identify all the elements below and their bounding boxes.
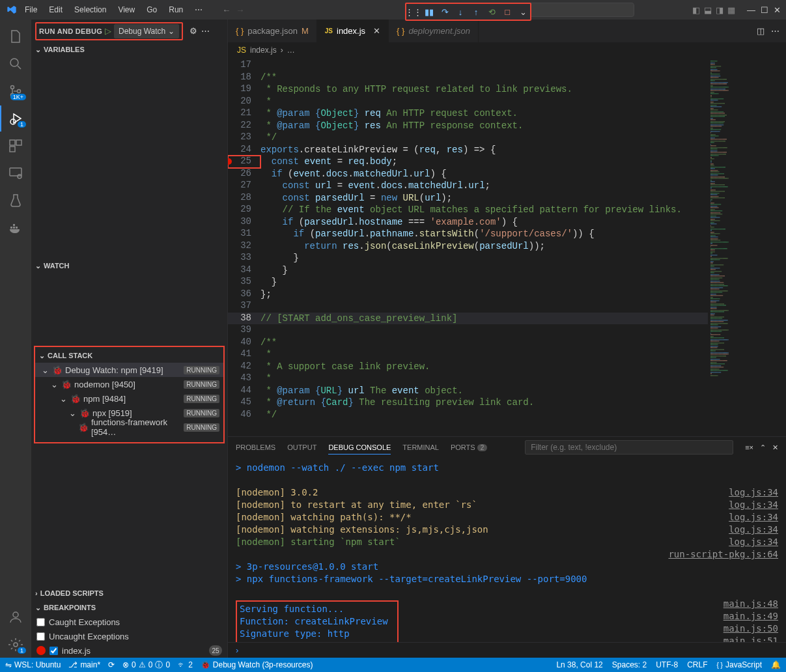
section-loaded-scripts[interactable]: › LOADED SCRIPTS: [31, 586, 227, 600]
menu-file[interactable]: File: [20, 3, 42, 17]
callstack-row[interactable]: 🐞 functions-framework [954…RUNNING: [35, 420, 223, 434]
activity-explorer-icon[interactable]: [0, 23, 31, 49]
status-encoding[interactable]: UTF-8: [656, 660, 678, 669]
debug-step-out-icon[interactable]: ↑: [470, 6, 482, 18]
serving-function-box: Serving function...Function: createLinkP…: [236, 600, 399, 642]
bp-uncaught-checkbox[interactable]: [36, 632, 45, 641]
bp-file-row[interactable]: index.js 25: [31, 643, 227, 658]
editor-tab[interactable]: JSindex.js✕: [317, 20, 389, 42]
debug-step-into-icon[interactable]: ↓: [455, 6, 466, 18]
section-variables[interactable]: ⌄ VARIABLES: [31, 42, 227, 57]
split-editor-icon[interactable]: ◫: [757, 26, 765, 36]
menu-selection[interactable]: Selection: [69, 3, 111, 17]
chevron-down-icon: ⌄: [69, 408, 77, 418]
menu-run[interactable]: Run: [163, 3, 188, 17]
debug-pause-icon[interactable]: ▮▮: [423, 6, 435, 18]
status-ports[interactable]: ᯤ 2: [178, 660, 193, 669]
breadcrumb[interactable]: JS index.js › …: [228, 42, 786, 58]
status-language[interactable]: { } JavaScript: [717, 660, 763, 669]
menu-go[interactable]: Go: [141, 3, 162, 17]
panel-tab-output[interactable]: OUTPUT: [287, 441, 316, 454]
layout-customize-icon[interactable]: ▦: [727, 5, 735, 15]
menu-more[interactable]: ⋯: [189, 3, 208, 17]
svg-rect-12: [16, 227, 18, 229]
scm-badge: 1K+: [10, 94, 26, 100]
panel-clear-icon[interactable]: ≡×: [745, 443, 753, 452]
debug-config-chevron-icon[interactable]: ⌄: [517, 6, 529, 18]
callstack-row[interactable]: ⌄🐞 nodemon [9450]RUNNING: [35, 377, 223, 391]
callstack-row[interactable]: ⌄🐞 npm [9484]RUNNING: [35, 391, 223, 406]
debug-more-icon[interactable]: ⋯: [201, 26, 210, 36]
activity-extensions-icon[interactable]: [0, 133, 31, 159]
bp-uncaught-exceptions[interactable]: Uncaught Exceptions: [31, 629, 227, 643]
menu-edit[interactable]: Edit: [44, 3, 68, 17]
debug-alt-icon: 🐞: [201, 660, 210, 669]
bp-file-checkbox[interactable]: [49, 647, 58, 655]
panel-tab-terminal[interactable]: TERMINAL: [402, 441, 439, 454]
bp-caught-exceptions[interactable]: Caught Exceptions: [31, 615, 227, 629]
activity-account-icon[interactable]: [0, 604, 31, 630]
status-cursor-pos[interactable]: Ln 38, Col 12: [556, 660, 602, 669]
debug-console-input[interactable]: ›: [228, 642, 786, 658]
status-problems[interactable]: ⊗0 ⚠0 ⓘ0: [122, 660, 170, 671]
editor-code[interactable]: /** * Responds to any HTTP request relat…: [260, 58, 708, 436]
tab-more-icon[interactable]: ⋯: [771, 26, 779, 36]
info-icon: ⓘ: [155, 660, 163, 671]
remote-icon: ⇋: [5, 660, 12, 669]
debug-sidebar: RUN AND DEBUG ▷ Debug Watch ⌄ ⚙ ⋯ ⌄ VARI…: [31, 20, 228, 658]
callstack-row[interactable]: ⌄🐞 Debug Watch: npm [9419]RUNNING: [35, 363, 223, 377]
bug-icon: 🐞: [52, 365, 63, 375]
status-debug-target[interactable]: 🐞 Debug Watch (3p-resources): [201, 660, 313, 669]
menu-view[interactable]: View: [113, 3, 140, 17]
layout-sidebar-left-icon[interactable]: ◧: [692, 5, 700, 15]
panel-tab-ports[interactable]: PORTS 2: [451, 441, 487, 454]
window-minimize-icon[interactable]: —: [747, 5, 755, 15]
section-breakpoints[interactable]: ⌄ BREAKPOINTS: [31, 600, 227, 615]
status-remote[interactable]: ⇋ WSL: Ubuntu: [5, 660, 61, 669]
tab-close-icon[interactable]: ✕: [373, 26, 380, 36]
debug-console-filter[interactable]: [525, 440, 733, 455]
bp-caught-checkbox[interactable]: [36, 618, 45, 626]
activity-settings-icon[interactable]: 1: [0, 632, 31, 658]
debug-restart-icon[interactable]: ⟲: [486, 6, 498, 18]
activity-search-icon[interactable]: [0, 51, 31, 77]
status-eol[interactable]: CRLF: [687, 660, 707, 669]
debug-console-output[interactable]: > nodemon --watch ./ --exec npm start [n…: [228, 458, 786, 642]
start-debug-icon[interactable]: ▷: [105, 26, 111, 36]
status-branch[interactable]: ⎇ main*: [68, 660, 100, 669]
panel-collapse-icon[interactable]: ⌃: [760, 443, 766, 452]
window-close-icon[interactable]: ✕: [774, 5, 781, 15]
activity-debug-icon[interactable]: 1: [0, 105, 31, 132]
status-indent[interactable]: Spaces: 2: [612, 660, 647, 669]
status-notifications-icon[interactable]: 🔔: [771, 660, 781, 669]
layout-sidebar-right-icon[interactable]: ◨: [716, 5, 723, 15]
debug-config-dropdown[interactable]: Debug Watch ⌄: [114, 24, 179, 38]
activity-testing-icon[interactable]: [0, 188, 31, 214]
debug-drag-handle-icon[interactable]: ⋮⋮: [408, 6, 419, 18]
editor-tab[interactable]: { }package.json M: [228, 20, 317, 42]
status-sync[interactable]: ⟳: [108, 660, 115, 669]
panel-tab-debug-console[interactable]: DEBUG CONSOLE: [328, 441, 391, 455]
debug-badge: 1: [18, 121, 26, 128]
debug-step-over-icon[interactable]: ↷: [439, 6, 451, 18]
svg-rect-10: [10, 227, 12, 229]
debug-stop-icon[interactable]: □: [501, 6, 513, 18]
activity-docker-icon[interactable]: [0, 215, 31, 241]
editor-gutter[interactable]: 1718192021222324252627282930313233343536…: [228, 58, 260, 436]
panel-tab-problems[interactable]: PROBLEMS: [236, 441, 275, 454]
window-maximize-icon[interactable]: ☐: [761, 5, 768, 15]
section-watch[interactable]: ⌄ WATCH: [31, 259, 227, 273]
section-callstack[interactable]: ⌄ CALL STACK: [35, 348, 223, 363]
activity-remote-explorer-icon[interactable]: [0, 160, 31, 186]
layout-panel-icon[interactable]: ⬓: [704, 5, 712, 15]
editor-tab[interactable]: { }deployment.json: [389, 20, 479, 42]
svg-rect-7: [10, 147, 15, 152]
bp-line-number: 25: [209, 645, 222, 656]
nav-fwd-icon[interactable]: →: [236, 5, 244, 15]
panel-close-icon[interactable]: ✕: [772, 443, 778, 452]
debug-settings-gear-icon[interactable]: ⚙: [189, 26, 197, 36]
nav-back-icon[interactable]: ←: [222, 5, 231, 15]
activity-scm-icon[interactable]: 1K+: [0, 78, 31, 104]
svg-point-15: [14, 643, 18, 647]
minimap[interactable]: ████████████████████████████████████████…: [708, 58, 786, 436]
